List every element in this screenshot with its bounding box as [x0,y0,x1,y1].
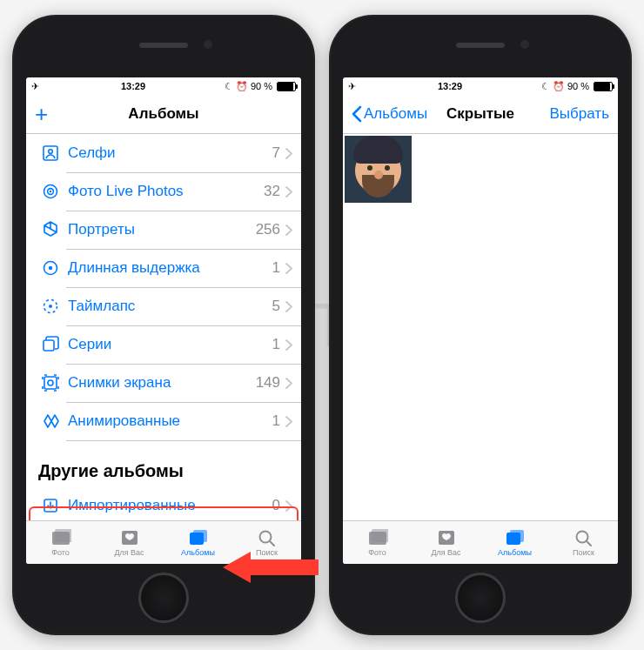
album-count: 149 [256,374,282,392]
battery-pct: 90 % [251,81,272,91]
tab-label: Поиск [573,548,594,557]
tab-label: Для Вас [114,548,144,557]
battery-pct: 90 % [567,81,589,91]
battery-icon [277,82,296,91]
nav-bar: Альбомы Скрытые Выбрать [343,95,618,134]
phone-frame-right: ✈︎ 13:29 ☾ ⏰ 90 % Альбомы С [329,15,632,635]
status-bar: ✈︎ 13:29 ☾ ⏰ 90 % [343,77,618,95]
timelapse-icon [38,297,63,316]
album-label: Таймлапс [68,298,272,315]
import-icon [38,496,63,515]
status-bar: ✈︎ 13:29 ☾ ⏰ 90 % [26,77,301,95]
album-label: Анимированные [68,412,272,430]
tab-foryou[interactable]: Для Вас [412,521,480,564]
tab-photos[interactable]: Фото [26,521,95,564]
album-count: 0 [272,497,282,514]
tab-label: Для Вас [431,548,460,557]
nav-bar: + Альбомы [26,95,301,134]
album-row-longexp[interactable]: Длинная выдержка1 [26,249,301,287]
tab-label: Фото [368,548,386,557]
airplane-icon: ✈︎ [348,81,356,92]
gif-icon [38,412,63,431]
album-row-burst[interactable]: Серии1 [26,325,301,364]
album-label: Селфи [68,144,272,162]
status-time: 13:29 [121,81,145,91]
burst-icon [38,335,63,354]
album-label: Серии [68,336,272,353]
tab-label: Поиск [256,548,278,557]
tab-search[interactable]: Поиск [549,521,618,564]
chevron-right-icon [282,416,301,427]
album-row-import[interactable]: Импортированные0 [26,486,301,520]
album-row-screenshot[interactable]: Снимки экрана149 [26,364,301,402]
album-row-gif[interactable]: Анимированные1 [26,402,301,440]
chevron-right-icon [282,263,301,274]
album-count: 32 [264,183,282,200]
album-label: Портреты [68,221,256,238]
battery-icon [594,82,613,91]
album-row-selfie[interactable]: Селфи7 [26,134,301,172]
add-button[interactable]: + [35,103,48,125]
album-count: 1 [272,412,282,430]
album-label: Длинная выдержка [68,259,272,277]
tab-bar: ФотоДля ВасАльбомыПоиск [26,520,301,564]
chevron-right-icon [282,500,301,512]
chevron-right-icon [282,339,301,351]
chevron-right-icon [282,378,301,389]
longexp-icon [38,258,63,278]
selfie-icon [38,144,63,163]
chevron-right-icon [282,186,301,198]
alarm-icon: ⏰ [553,81,565,92]
live-icon [38,182,63,201]
album-label: Снимки экрана [68,374,256,392]
tab-label: Альбомы [181,548,215,557]
album-label: Импортированные [68,497,272,514]
tab-albums[interactable]: Альбомы [164,521,232,564]
home-button[interactable] [138,573,189,623]
photo-thumbnail[interactable] [345,136,412,203]
chevron-right-icon [282,301,301,312]
album-count: 1 [272,259,282,277]
tab-photos[interactable]: Фото [343,521,412,564]
tab-search[interactable]: Поиск [232,521,301,564]
tab-bar: ФотоДля ВасАльбомыПоиск [343,520,618,564]
airplane-icon: ✈︎ [31,81,39,92]
tab-albums[interactable]: Альбомы [480,521,549,564]
album-count: 256 [256,221,282,238]
tab-label: Фото [51,548,70,557]
album-row-cube[interactable]: Портреты256 [26,211,301,249]
select-button[interactable]: Выбрать [550,105,609,123]
album-count: 7 [272,144,282,162]
hidden-photos-grid [343,134,618,520]
dnd-icon: ☾ [541,81,550,92]
cube-icon [38,220,63,239]
album-list: Селфи7Фото Live Photos32Портреты256Длинн… [26,134,301,520]
album-label: Фото Live Photos [68,183,264,200]
screenshot-icon [38,373,63,392]
back-button[interactable]: Альбомы [352,105,427,123]
home-button[interactable] [455,573,506,623]
chevron-right-icon [282,224,301,236]
album-count: 5 [272,298,282,315]
status-time: 13:29 [438,81,462,91]
tab-foryou[interactable]: Для Вас [95,521,164,564]
alarm-icon: ⏰ [236,81,248,92]
dnd-icon: ☾ [225,81,233,92]
tab-label: Альбомы [498,548,532,557]
album-row-timelapse[interactable]: Таймлапс5 [26,287,301,325]
phone-frame-left: ✈︎ 13:29 ☾ ⏰ 90 % + Альбомы [12,15,315,635]
album-row-live[interactable]: Фото Live Photos32 [26,172,301,211]
back-label: Альбомы [364,105,427,123]
album-count: 1 [272,336,282,353]
section-other-albums: Другие альбомы [26,440,301,486]
chevron-right-icon [282,148,301,159]
